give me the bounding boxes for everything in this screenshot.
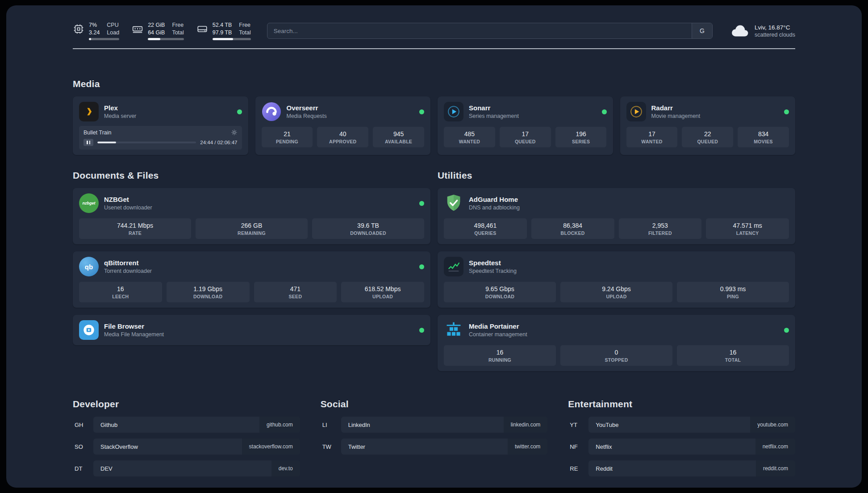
disk-free: 52.4 TB [213,21,232,29]
app-name: qBittorrent [104,259,152,267]
stat-label: DOWNLOADED [314,230,422,236]
sonarr-icon [444,102,463,121]
section-heading-utilities: Utilities [438,170,795,181]
cpu-label: CPU [107,21,119,29]
search-bar: G [267,23,713,39]
stat-total: 16 TOTAL [677,345,789,366]
weather-location: Lviv, 16.87°C [755,24,795,31]
stat-value: 21 [263,130,311,138]
stat-upload: 9.24 Gbps UPLOAD [560,282,672,302]
app-name: Overseerr [287,104,327,112]
app-desc: DNS and adblocking [469,205,520,211]
stat-label: FILTERED [621,230,700,236]
bookmark-netflix[interactable]: NF Netflix netflix.com [568,439,795,455]
stat-label: WANTED [446,139,493,144]
bookmark-stackoverflow[interactable]: SO StackOverflow stackoverflow.com [73,439,300,455]
stat-value: 0 [562,349,671,356]
stat-seed: 471 SEED [254,282,337,302]
stat-movies: 834 MOVIES [738,127,789,147]
stat-downloaded: 39.6 TB DOWNLOADED [312,218,424,239]
bookmark-abbr: NF [568,443,588,450]
gear-icon[interactable] [231,129,238,136]
nzbget-icon-text: nzbget [83,201,96,205]
ram-total-label: Total [172,29,184,36]
bookmark-abbr: YT [568,422,588,428]
bookmark-name: Reddit [588,465,620,472]
stat-wanted: 17 WANTED [626,127,678,147]
stat-value: 0.993 ms [679,285,787,292]
stat-value: 86,384 [533,222,613,229]
speedtest-card[interactable]: Speedtest Speedtest Tracking 9.65 Gbps D… [438,251,795,308]
stat-label: LEECH [81,294,160,299]
ram-free-label: Free [172,21,184,29]
disk-total-label: Total [239,29,250,36]
stat-label: UPLOAD [343,294,422,299]
bookmark-name: StackOverflow [93,443,145,450]
cpu-meter [89,38,119,40]
stat-label: SERIES [557,139,605,144]
disk-icon [196,23,208,35]
bookmark-url: reddit.com [756,460,795,476]
bookmark-github[interactable]: GH Github github.com [73,417,300,433]
stat-wanted: 485 WANTED [444,127,495,147]
search-input[interactable] [267,23,692,38]
section-heading-entertainment: Entertainment [568,399,795,409]
disk-meter [213,38,251,40]
app-desc: Media File Management [104,331,164,338]
topbar-divider [73,48,795,49]
stat-pending: 21 PENDING [262,127,313,147]
bookmark-abbr: DT [73,465,93,472]
cpu-percent: 7% [89,21,100,29]
bookmark-reddit[interactable]: RE Reddit reddit.com [568,460,795,476]
adguard-card[interactable]: AdGuard Home DNS and adblocking 498,461 … [438,188,795,244]
section-heading-media: Media [73,79,795,89]
stat-queued: 22 QUEUED [682,127,733,147]
stat-rate: 744.21 Mbps RATE [79,218,191,239]
stat-label: AVAILABLE [375,139,422,144]
nzbget-card[interactable]: nzbget NZBGet Usenet downloader 744.21 M… [73,188,430,244]
status-dot [237,109,242,114]
ram-total: 64 GiB [148,29,165,36]
ram-meter [148,38,184,40]
status-dot [784,328,789,333]
search-provider-button[interactable]: G [692,23,712,38]
stat-value: 9.24 Gbps [562,285,671,292]
filebrowser-card[interactable]: File Browser Media File Management [73,315,430,345]
stat-queued: 17 QUEUED [500,127,551,147]
stat-value: 17 [628,130,676,138]
status-dot [419,109,424,114]
bookmark-twitter[interactable]: TW Twitter twitter.com [321,439,548,455]
sonarr-card[interactable]: Sonarr Series management 485 WANTED 17 Q… [438,96,613,155]
app-desc: Series management [469,113,519,119]
app-name: Speedtest [469,259,517,267]
bookmark-dev[interactable]: DT DEV dev.to [73,460,300,476]
bookmark-name: Netflix [588,443,619,450]
stat-value: 945 [375,130,422,138]
stat-remaining: 266 GB REMAINING [196,218,308,239]
plex-card[interactable]: Plex Media server Bullet Train [73,96,248,155]
portainer-card[interactable]: Media Portainer Container management 16 … [438,315,795,371]
stat-value: 266 GB [197,222,306,229]
overseerr-card[interactable]: Overseerr Media Requests 21 PENDING 40 A… [255,96,431,155]
app-desc: Usenet downloader [104,205,152,211]
stat-queries: 498,461 QUERIES [444,218,527,239]
app-desc: Media server [104,113,136,119]
bookmark-linkedin[interactable]: LI LinkedIn linkedin.com [321,417,548,433]
stat-value: 16 [81,285,160,292]
bookmark-youtube[interactable]: YT YouTube youtube.com [568,417,795,433]
stat-value: 196 [557,130,605,138]
qbittorrent-icon-text: qb [85,263,93,271]
seek-bar[interactable] [97,142,196,144]
qbittorrent-card[interactable]: qb qBittorrent Torrent downloader 16 LEE… [73,251,430,308]
stat-value: 9.65 Gbps [446,285,554,292]
bookmark-abbr: TW [321,443,341,450]
stat-label: DOWNLOAD [446,294,554,299]
stat-value: 16 [446,349,554,356]
pause-button[interactable] [83,139,93,146]
stat-latency: 47.571 ms LATENCY [706,218,789,239]
ram-widget: 22 GiB Free 64 GiB Total [132,21,184,41]
bookmark-name: Twitter [341,443,372,450]
bookmark-url: linkedin.com [504,417,548,433]
stat-ping: 0.993 ms PING [677,282,789,302]
radarr-card[interactable]: Radarr Movie management 17 WANTED 22 QUE… [620,96,796,155]
